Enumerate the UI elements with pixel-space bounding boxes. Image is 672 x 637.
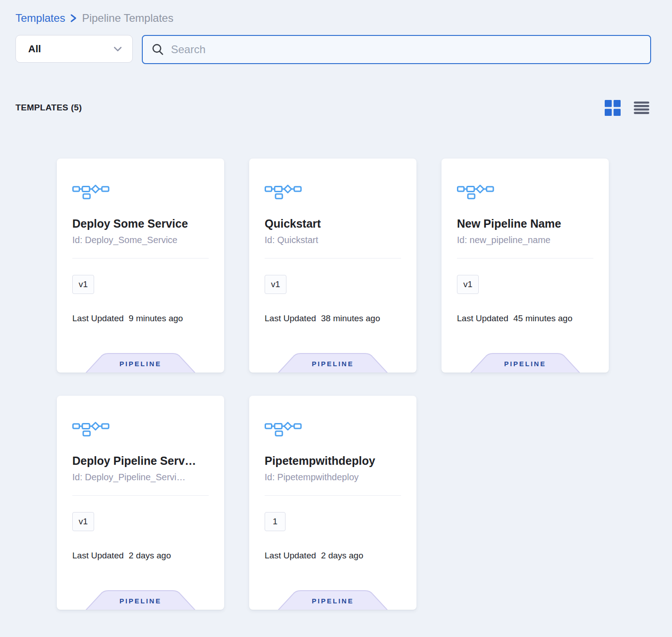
entity-type-tag: PIPELINE [469, 353, 581, 373]
template-card[interactable]: New Pipeline Name Id: new_pipeline_name … [441, 159, 609, 373]
last-updated-value: 2 days ago [129, 551, 171, 561]
breadcrumb-link-templates[interactable]: Templates [15, 12, 65, 25]
pipeline-graph-icon [72, 159, 209, 196]
breadcrumb: Templates Pipeline Templates [15, 12, 173, 25]
version-badge: v1 [265, 275, 286, 294]
card-divider [265, 258, 401, 259]
template-card[interactable]: Pipetempwithdeploy Id: Pipetempwithdeplo… [249, 396, 416, 610]
last-updated-label: Last Updated [72, 551, 124, 561]
entity-type-tag: PIPELINE [85, 353, 196, 373]
card-title: Quickstart [265, 217, 401, 230]
scope-filter-dropdown[interactable]: All [15, 35, 133, 63]
chevron-down-icon [113, 46, 122, 52]
card-id: Id: new_pipeline_name [457, 235, 593, 245]
grid-view-button[interactable] [605, 100, 621, 116]
pipeline-graph-icon [265, 159, 401, 196]
version-badge: 1 [265, 512, 286, 531]
search-box [142, 35, 651, 64]
card-title: Pipetempwithdeploy [265, 454, 401, 468]
list-view-button[interactable] [634, 100, 649, 116]
entity-type-tag-label: PIPELINE [85, 353, 196, 373]
entity-type-tag: PIPELINE [277, 590, 389, 610]
card-id: Id: Quickstart [265, 235, 401, 245]
entity-type-tag: PIPELINE [277, 353, 389, 373]
templates-grid: Deploy Some Service Id: Deploy_Some_Serv… [57, 159, 609, 610]
pipeline-templates-page: Templates Pipeline Templates All TEMPLAT… [0, 0, 672, 637]
card-id: Id: Pipetempwithdeploy [265, 472, 401, 483]
last-updated-row: Last Updated 38 minutes ago [265, 314, 401, 323]
entity-type-tag: PIPELINE [85, 590, 196, 610]
card-divider [265, 495, 401, 496]
last-updated-value: 38 minutes ago [321, 314, 380, 323]
templates-count-heading: TEMPLATES (5) [15, 103, 82, 113]
section-header: TEMPLATES (5) [15, 100, 649, 116]
last-updated-label: Last Updated [265, 551, 316, 561]
search-icon [151, 43, 164, 56]
card-id: Id: Deploy_Pipeline_Servi… [72, 472, 209, 483]
search-input[interactable] [171, 43, 642, 56]
card-title: New Pipeline Name [457, 217, 593, 230]
entity-type-tag-label: PIPELINE [277, 353, 389, 373]
last-updated-label: Last Updated [265, 314, 316, 323]
breadcrumb-current: Pipeline Templates [82, 12, 173, 25]
last-updated-row: Last Updated 45 minutes ago [457, 314, 593, 323]
template-card[interactable]: Deploy Pipeline Serv… Id: Deploy_Pipelin… [57, 396, 224, 610]
grid-view-icon [605, 100, 621, 116]
card-divider [72, 258, 209, 259]
card-id: Id: Deploy_Some_Service [72, 235, 209, 245]
scope-filter-value: All [28, 43, 41, 55]
last-updated-row: Last Updated 9 minutes ago [72, 314, 209, 323]
pipeline-graph-icon [457, 159, 593, 196]
template-card[interactable]: Deploy Some Service Id: Deploy_Some_Serv… [57, 159, 224, 373]
last-updated-value: 2 days ago [321, 551, 363, 561]
version-badge: v1 [72, 275, 94, 294]
last-updated-label: Last Updated [457, 314, 508, 323]
card-title: Deploy Some Service [72, 217, 209, 230]
last-updated-value: 45 minutes ago [513, 314, 572, 323]
last-updated-label: Last Updated [72, 314, 124, 323]
entity-type-tag-label: PIPELINE [469, 353, 581, 373]
version-badge: v1 [457, 275, 479, 294]
entity-type-tag-label: PIPELINE [277, 590, 389, 610]
card-divider [457, 258, 593, 259]
template-card[interactable]: Quickstart Id: Quickstart v1 Last Update… [249, 159, 416, 373]
card-divider [72, 495, 209, 496]
last-updated-value: 9 minutes ago [129, 314, 183, 323]
pipeline-graph-icon [72, 396, 209, 433]
entity-type-tag-label: PIPELINE [85, 590, 196, 610]
toolbar: All [15, 35, 651, 64]
list-view-icon [634, 100, 649, 115]
version-badge: v1 [72, 512, 94, 531]
card-title: Deploy Pipeline Serv… [72, 454, 209, 468]
breadcrumb-chevron-icon [70, 13, 77, 24]
pipeline-graph-icon [265, 396, 401, 433]
last-updated-row: Last Updated 2 days ago [72, 551, 209, 561]
view-toggles [605, 100, 649, 116]
last-updated-row: Last Updated 2 days ago [265, 551, 401, 561]
